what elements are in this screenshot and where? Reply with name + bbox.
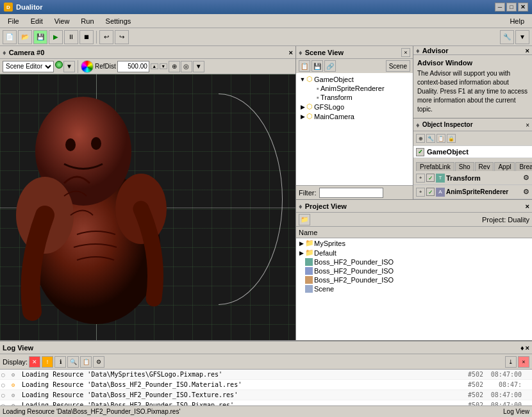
expand-maincamera[interactable]: ▶ bbox=[299, 113, 306, 120]
cam-extra-1[interactable]: ⊕ bbox=[169, 61, 180, 72]
scene-view-panel: ♦ Scene View × 📋 💾 🔗 Scene bbox=[296, 46, 413, 199]
project-folder-icon[interactable]: 📁 bbox=[299, 214, 310, 225]
menu-edit[interactable]: Edit bbox=[26, 16, 48, 26]
svg-point-5 bbox=[91, 137, 101, 150]
obj-inspector-header: ♦ Object Inspector × bbox=[413, 119, 532, 131]
menu-help[interactable]: Help bbox=[504, 16, 529, 26]
scene-tb-3[interactable]: 🔗 bbox=[324, 60, 336, 72]
gameobject-checkbox[interactable]: ✓ bbox=[416, 148, 424, 156]
scene-tb-2[interactable]: 💾 bbox=[312, 60, 323, 72]
transform-checkbox[interactable]: ✓ bbox=[426, 174, 435, 182]
filter-input[interactable] bbox=[319, 188, 383, 198]
save-button[interactable]: 💾 bbox=[33, 30, 47, 44]
animsprite-checkbox[interactable]: ✓ bbox=[426, 188, 435, 196]
scene-close-btn[interactable]: × bbox=[401, 48, 410, 57]
project-close[interactable]: × bbox=[526, 202, 529, 210]
log-icon-0: ○ bbox=[1, 372, 10, 378]
log-icon-1: ○ bbox=[1, 382, 10, 388]
log-extra-btn[interactable]: ⚙ bbox=[93, 356, 104, 368]
camera-panel-header: ♦ Camera #0 × bbox=[0, 46, 295, 59]
tab-brea[interactable]: Brea bbox=[515, 162, 532, 171]
undo-button[interactable]: ↩ bbox=[99, 30, 113, 44]
open-button[interactable]: 📂 bbox=[18, 30, 32, 44]
advisor-close[interactable]: × bbox=[526, 47, 529, 54]
expand-gameobject[interactable]: ▼ bbox=[299, 76, 306, 83]
toolbar-extra-2[interactable]: ▼ bbox=[515, 30, 529, 44]
play-button[interactable]: ▶ bbox=[49, 30, 63, 44]
scene-button[interactable]: Scene bbox=[386, 60, 410, 72]
name-col-header: Name bbox=[299, 229, 317, 236]
tree-item-maincamera[interactable]: ▶ ⬡ MainCamera bbox=[297, 111, 411, 121]
advisor-pin[interactable]: ♦ bbox=[416, 47, 420, 54]
tab-rev[interactable]: Rev bbox=[475, 162, 494, 171]
project-file-list: ▶ 📁 MySprites ▶ 📁 Default Boss_HF2_Pound… bbox=[296, 238, 532, 340]
camera-viewport[interactable] bbox=[0, 74, 295, 340]
scene-tb-1[interactable]: 📋 bbox=[299, 60, 310, 72]
log-filter-btn[interactable]: 🔍 bbox=[67, 356, 79, 368]
obj-insp-toolbar: ⊕ 🔧 📋 🔒 bbox=[413, 131, 532, 145]
refdist-up[interactable]: ▲ bbox=[151, 63, 158, 69]
menu-bar: File Edit View Run Settings Help bbox=[0, 14, 532, 28]
minimize-button[interactable]: ─ bbox=[495, 3, 505, 12]
camera-close-icon[interactable]: × bbox=[289, 49, 293, 56]
log-info-btn[interactable]: ℹ bbox=[54, 356, 66, 368]
obj-insp-close[interactable]: × bbox=[526, 122, 529, 129]
scene-editor-select[interactable]: Scene Editor bbox=[3, 61, 54, 72]
cam-extra-3[interactable]: ▼ bbox=[193, 61, 204, 72]
close-button[interactable]: ✕ bbox=[518, 3, 528, 12]
tab-sho[interactable]: Sho bbox=[455, 162, 474, 171]
gameobject-bar: ✓ GameObject bbox=[413, 145, 532, 158]
obj-tb-3[interactable]: 📋 bbox=[436, 134, 445, 143]
boss-hf2-2[interactable]: Boss_HF2_Pounder_ISO bbox=[296, 266, 532, 275]
boss-hf2-3[interactable]: Boss_HF2_Pounder_ISO bbox=[296, 275, 532, 284]
obj-tb-2[interactable]: 🔧 bbox=[426, 134, 435, 143]
log-row-3: ○ ⚙ Loading Resource 'Data\Boss_HF2_Poun… bbox=[0, 400, 532, 405]
menu-view[interactable]: View bbox=[49, 16, 75, 26]
boss-hf2-1[interactable]: Boss_HF2_Pounder_ISO bbox=[296, 258, 532, 266]
mysprites-item[interactable]: ▶ 📁 MySprites bbox=[296, 238, 532, 248]
log-pin[interactable]: ♦ bbox=[520, 344, 524, 352]
maximize-button[interactable]: □ bbox=[506, 3, 517, 12]
camera-pin-icon[interactable]: ♦ bbox=[3, 49, 6, 56]
toolbar-extra-1[interactable]: 🔧 bbox=[500, 30, 514, 44]
log-scroll-btn[interactable]: ⤓ bbox=[505, 356, 517, 368]
redo-button[interactable]: ↪ bbox=[115, 30, 129, 44]
cam-extra-2[interactable]: ◎ bbox=[181, 61, 192, 72]
expand-gfslogo[interactable]: ▶ bbox=[299, 103, 306, 111]
filter-label: Filter: bbox=[299, 189, 317, 197]
view-btn-1[interactable]: ▼ bbox=[63, 61, 75, 72]
log-error-btn[interactable]: ✕ bbox=[29, 356, 40, 368]
stop-button[interactable]: ⏹ bbox=[79, 30, 94, 44]
color-wheel[interactable] bbox=[81, 60, 94, 73]
tree-item-gfslogo[interactable]: ▶ ⬡ GFSLogo bbox=[297, 102, 411, 111]
obj-tb-4[interactable]: 🔒 bbox=[447, 134, 456, 143]
menu-file[interactable]: File bbox=[3, 16, 24, 26]
obj-insp-pin[interactable]: ♦ bbox=[416, 121, 420, 129]
log-close[interactable]: × bbox=[526, 344, 529, 352]
refdist-input[interactable] bbox=[117, 61, 149, 72]
default-item[interactable]: ▶ 📁 Default bbox=[296, 248, 532, 258]
menu-settings[interactable]: Settings bbox=[101, 16, 137, 26]
menu-run[interactable]: Run bbox=[76, 16, 99, 26]
tab-appl[interactable]: Appl bbox=[494, 162, 515, 171]
log-warn-btn[interactable]: ! bbox=[42, 356, 53, 368]
scene-view-pin[interactable]: ♦ bbox=[299, 49, 303, 56]
log-source-btn[interactable]: 📋 bbox=[80, 356, 92, 368]
transform-expand[interactable]: + bbox=[416, 174, 425, 183]
animsprite-gear[interactable]: ⚙ bbox=[523, 188, 529, 196]
tree-item-transform[interactable]: ▪ Transform bbox=[308, 93, 411, 102]
transform-gear[interactable]: ⚙ bbox=[523, 174, 529, 182]
log-tab-label[interactable]: Log View bbox=[503, 408, 529, 415]
tree-item-gameobject[interactable]: ▼ ⬡ GameObject bbox=[297, 74, 411, 84]
log-title: Log View bbox=[3, 344, 33, 352]
tab-prefablink[interactable]: PrefabLink bbox=[416, 162, 454, 171]
log-clear-btn[interactable]: × bbox=[518, 356, 529, 368]
new-button[interactable]: 📄 bbox=[3, 30, 17, 44]
scene-item[interactable]: Scene bbox=[296, 284, 532, 293]
obj-tb-1[interactable]: ⊕ bbox=[416, 134, 425, 143]
animsprite-expand[interactable]: + bbox=[416, 188, 425, 197]
tree-item-animsprite[interactable]: ▪ AnimSpriteRenderer bbox=[308, 84, 411, 93]
pause-button[interactable]: ⏸ bbox=[64, 30, 78, 44]
refdist-down[interactable]: ▼ bbox=[160, 63, 167, 69]
project-pin[interactable]: ♦ bbox=[299, 202, 303, 210]
